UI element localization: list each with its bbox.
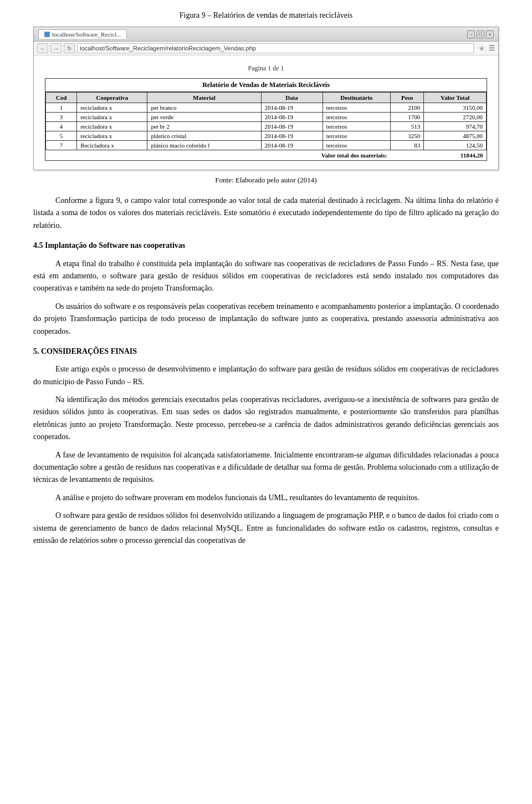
table-cell: recicladora x	[77, 103, 147, 113]
browser-window: localhost/Software_Recicl... − □ × ← → ↻…	[33, 27, 499, 170]
minimize-button[interactable]: −	[467, 30, 475, 38]
table-cell: 83	[391, 141, 424, 150]
close-button[interactable]: ×	[486, 30, 494, 38]
para4: Este artigo expôs o processo de desenvol…	[33, 363, 499, 388]
table-cell: 3150,00	[424, 103, 487, 113]
page-number: Pagina 1 de 1	[45, 64, 487, 73]
address-bar[interactable]	[77, 43, 474, 53]
table-cell: 2014-08-19	[261, 131, 323, 141]
table-cell: terceiros	[323, 113, 391, 122]
browser-content: Pagina 1 de 1 Relatório de Vendas de Mat…	[34, 55, 498, 170]
table-cell: terceiros	[323, 131, 391, 141]
table-cell: 1	[46, 103, 77, 113]
table-cell: 7	[46, 141, 77, 150]
table-cell: 2100	[391, 103, 424, 113]
body-text: Conforme a figura 9, o campo valor total…	[33, 195, 499, 547]
table-row: 1recicladora xpet branco2014-08-19tercei…	[46, 103, 487, 113]
refresh-button[interactable]: ↻	[64, 43, 75, 53]
table-cell: 2014-08-19	[261, 113, 323, 122]
browser-tab[interactable]: localhost/Software_Recicl...	[38, 29, 127, 39]
tab-icon	[44, 32, 50, 37]
section45-heading: 4.5 Implantação do Software nas cooperat…	[33, 240, 499, 252]
table-cell: terceiros	[323, 141, 391, 150]
col-peso: Peso	[391, 93, 424, 103]
table-row: 4recicladora xpet br 22014-08-19terceiro…	[46, 122, 487, 131]
browser-titlebar: localhost/Software_Recicl... − □ ×	[34, 27, 498, 42]
table-cell: 2014-08-19	[261, 103, 323, 113]
table-cell: plástico cristal	[147, 131, 261, 141]
report-container: Relatório de Vendas de Materiais Reciclá…	[45, 78, 487, 161]
page-container: Figura 9 – Relatórios de vendas de mater…	[0, 0, 532, 574]
browser-controls: − □ ×	[467, 30, 494, 38]
total-label: Valor total dos materiais:	[46, 150, 391, 161]
fonte-line: Fonte: Elaborado pelo autor (2014)	[33, 176, 499, 185]
para3: Os usuários do software e os responsávei…	[33, 301, 499, 338]
table-cell: 2014-08-19	[261, 141, 323, 150]
menu-icon[interactable]: ☰	[489, 44, 495, 53]
table-cell: 974,70	[424, 122, 487, 131]
para7: A análise e projeto do software proveram…	[33, 492, 499, 504]
para1: Conforme a figura 9, o campo valor total…	[33, 195, 499, 232]
table-row: 5recicladora xplástico cristal2014-08-19…	[46, 131, 487, 141]
table-cell: recicladora x	[77, 113, 147, 122]
table-cell: 3	[46, 113, 77, 122]
tab-label: localhost/Software_Recicl...	[52, 31, 121, 38]
bookmark-icon[interactable]: ★	[478, 44, 485, 53]
table-cell: 2720,00	[424, 113, 487, 122]
table-cell: 1700	[391, 113, 424, 122]
total-row: Valor total dos materiais: 11844,20	[46, 150, 487, 161]
table-cell: 2014-08-19	[261, 122, 323, 131]
back-button[interactable]: ←	[37, 43, 48, 53]
table-cell: Recicladora x	[77, 141, 147, 150]
table-cell: 5	[46, 131, 77, 141]
forward-button[interactable]: →	[50, 43, 62, 53]
col-valor-total: Valor Total	[424, 93, 487, 103]
para5: Na identificação dos métodos gerenciais …	[33, 394, 499, 444]
table-row: 7Recicladora xplásico macio colorido l20…	[46, 141, 487, 150]
report-table: Cod Cooperativa Material Data Destinatár…	[45, 92, 487, 160]
col-cod: Cod	[46, 93, 77, 103]
col-material: Material	[147, 93, 261, 103]
table-cell: terceiros	[323, 103, 391, 113]
table-cell: pet branco	[147, 103, 261, 113]
table-cell: 4875,00	[424, 131, 487, 141]
table-cell: terceiros	[323, 122, 391, 131]
col-data: Data	[261, 93, 323, 103]
table-cell: pet br 2	[147, 122, 261, 131]
total-value: 11844,20	[391, 150, 487, 161]
table-cell: 4	[46, 122, 77, 131]
table-cell: pet verde	[147, 113, 261, 122]
table-cell: plásico macio colorido l	[147, 141, 261, 150]
table-row: 3recicladora xpet verde2014-08-19terceir…	[46, 113, 487, 122]
section5-heading: 5. CONSIDERAÇÕES FINAIS	[33, 345, 499, 358]
figure-title: Figura 9 – Relatórios de vendas de mater…	[33, 11, 499, 20]
table-cell: 3250	[391, 131, 424, 141]
table-cell: recicladora x	[77, 122, 147, 131]
col-destinatario: Destinatário	[323, 93, 391, 103]
para6: A fase de levantamento de requisitos foi…	[33, 449, 499, 486]
table-cell: 124,50	[424, 141, 487, 150]
report-title: Relatório de Vendas de Materiais Reciclá…	[45, 79, 487, 92]
maximize-button[interactable]: □	[477, 30, 484, 38]
table-cell: 513	[391, 122, 424, 131]
table-cell: recicladora x	[77, 131, 147, 141]
para2: A etapa final do trabalho é constituída …	[33, 258, 499, 295]
table-header-row: Cod Cooperativa Material Data Destinatár…	[46, 93, 487, 103]
col-cooperativa: Cooperativa	[77, 93, 147, 103]
para8: O software para gestão de resíduos sólid…	[33, 510, 499, 547]
browser-toolbar: ← → ↻ ★ ☰	[34, 42, 498, 55]
